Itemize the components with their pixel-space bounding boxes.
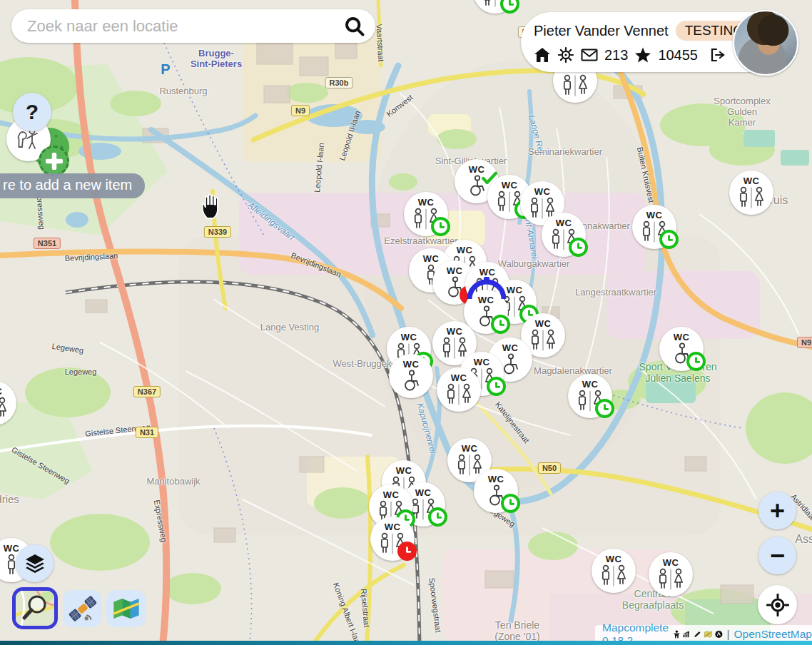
man-woman-figure-icon [443, 383, 474, 406]
marker-wc-label: WC [447, 444, 492, 453]
edit-pencil-icon[interactable] [694, 629, 701, 640]
messages-envelope-icon[interactable] [581, 46, 598, 64]
clock-icon [690, 355, 702, 367]
message-count: 213 [604, 47, 628, 64]
marker-wc-label: WC [729, 176, 773, 186]
statistics-icon[interactable] [683, 629, 691, 640]
opening-hours-badge [686, 352, 706, 371]
clock-icon [401, 545, 413, 557]
map-marker-toilet[interactable]: WC [568, 374, 612, 418]
star-icon[interactable] [634, 46, 651, 64]
man-woman-figure-icon [655, 568, 686, 591]
search-icon[interactable] [344, 16, 365, 37]
opening-hours-badge [431, 217, 450, 236]
satellite-icon [68, 594, 98, 624]
clock-icon [504, 0, 516, 10]
opening-hours-badge [500, 0, 519, 14]
map-marker-toilet[interactable]: WC [0, 381, 16, 425]
closed-hours-badge [397, 542, 417, 561]
man-woman-figure-icon [454, 454, 485, 477]
mapcomplete-logo-icon[interactable] [704, 629, 712, 640]
map-markers-layer: WCWCWCWCWCWCWCWCWCWCWCWCWCWCWCWCWCWCWCWC… [0, 0, 812, 645]
hand-cursor-icon [201, 193, 223, 218]
surveyor-icon[interactable] [673, 629, 681, 640]
map-marker-toilet[interactable]: WC [632, 205, 676, 249]
settings-gear-icon[interactable] [557, 46, 574, 64]
add-item-pin[interactable] [26, 126, 73, 178]
man-woman-figure-icon [598, 564, 629, 587]
marker-wc-label: WC [592, 554, 636, 564]
clock-icon [494, 318, 507, 330]
marker-wc-label: WC [404, 198, 448, 207]
opening-hours-badge [659, 230, 679, 249]
search-input[interactable] [26, 16, 344, 36]
marker-wc-label: WC [389, 360, 433, 369]
help-question-mark: ? [26, 100, 39, 124]
osm-attribution-link[interactable]: OpenStreetMap [734, 628, 812, 641]
map-marker-toilet[interactable]: WC [592, 549, 636, 593]
marker-wc-label: WC [568, 380, 612, 389]
help-button[interactable]: ? [13, 93, 51, 131]
add-new-item-button[interactable] [39, 146, 69, 176]
clock-icon [432, 511, 444, 523]
map-marker-toilet[interactable]: WC [473, 0, 517, 14]
map-marker-toilet[interactable]: WC [370, 517, 415, 561]
marker-wc-label: WC [382, 466, 426, 475]
map-marker-toilet[interactable]: WC [649, 552, 693, 596]
user-avatar[interactable] [733, 10, 798, 76]
background-map-button[interactable] [106, 590, 146, 627]
opening-hours-badge [595, 399, 614, 418]
add-item-tooltip: re to add a new item [0, 173, 145, 198]
clock-icon [504, 497, 517, 509]
marker-wc-label: WC [432, 327, 477, 336]
map-marker-toilet[interactable]: WC [404, 192, 448, 236]
layers-icon [24, 554, 46, 574]
map-marker-toilet[interactable]: WC [437, 367, 481, 412]
license-icon[interactable] [715, 629, 723, 640]
plus-icon [46, 153, 63, 170]
marker-wc-label: WC [659, 332, 704, 342]
geolocate-button[interactable] [758, 585, 797, 624]
marker-wc-label: WC [437, 373, 481, 382]
clock-icon [663, 233, 675, 245]
user-name: Pieter Vander Vennet [534, 23, 669, 39]
crosshair-icon [766, 594, 789, 616]
search-bar [11, 9, 375, 43]
changeset-count: 10455 [658, 47, 698, 64]
clock-icon [435, 220, 447, 233]
clock-icon [572, 241, 584, 253]
opening-hours-badge [428, 507, 447, 527]
background-satellite-button[interactable] [63, 590, 102, 627]
opening-hours-badge [487, 377, 506, 396]
marker-wc-label: WC [387, 332, 431, 342]
background-osm-button[interactable] [12, 587, 58, 629]
marker-wc-label: WC [370, 522, 415, 532]
marker-wc-label: WC [460, 357, 504, 367]
marker-wc-label: WC [369, 490, 413, 499]
map-marker-toilet[interactable]: WC [389, 354, 433, 398]
zoom-out-button[interactable]: − [758, 537, 796, 574]
map-marker-toilet[interactable]: WC [474, 469, 518, 513]
marker-wc-label: WC [474, 474, 518, 484]
man-woman-figure-icon [0, 397, 10, 420]
marker-wc-label: WC [649, 558, 693, 567]
zoom-in-button[interactable]: + [758, 492, 796, 529]
home-icon[interactable] [534, 46, 551, 64]
man-woman-figure-icon [559, 74, 591, 97]
clock-icon [599, 402, 611, 415]
zoom-out-label: − [770, 541, 785, 571]
layers-button[interactable] [16, 544, 54, 582]
selected-pin-arc [466, 277, 507, 301]
marker-wc-label: WC [465, 268, 509, 277]
logout-icon[interactable] [710, 46, 727, 64]
brand-bottom-bar [0, 641, 812, 645]
marker-wc-label: WC [632, 210, 676, 220]
map-marker-toilet[interactable]: WC [542, 213, 586, 257]
marker-wc-label: WC [521, 319, 565, 328]
opening-hours-badge [501, 494, 520, 513]
map-marker-toilet[interactable]: WC [659, 327, 704, 371]
marker-wc-label: WC [488, 343, 532, 352]
marker-wc-label: WC [520, 187, 564, 196]
map-marker-toilet[interactable]: WC [729, 171, 773, 215]
zoom-in-label: + [770, 496, 785, 526]
